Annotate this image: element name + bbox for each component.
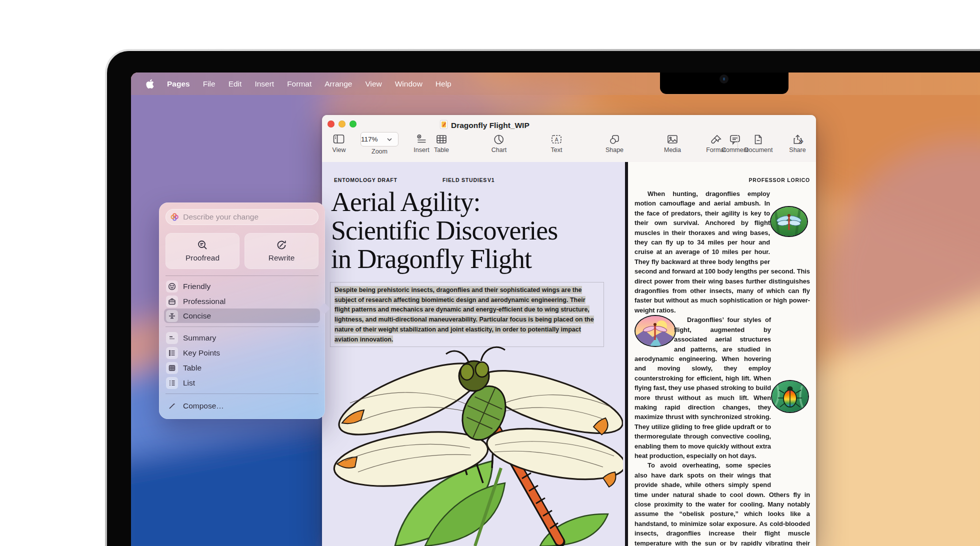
paragraph-1: When hunting, dragonflies employ motion … (634, 189, 810, 315)
toolbar-format-button[interactable]: Format (706, 134, 726, 154)
media-icon (666, 134, 678, 145)
dash-list-icon (168, 379, 176, 387)
window-chrome: Dragonfly Flight_WIP View 117% Zoom I (322, 115, 816, 162)
compose-pencil-icon (168, 402, 176, 410)
toolbar-zoom-control[interactable]: 117% Zoom (360, 132, 398, 155)
camera-icon (720, 74, 728, 84)
pages-window: Dragonfly Flight_WIP View 117% Zoom I (322, 115, 816, 546)
macbook-screen: Pages File Edit Insert Format Arrange Vi… (131, 72, 980, 546)
popup-divider-1 (166, 276, 318, 276)
menu-item-insert[interactable]: Insert (254, 80, 274, 88)
intro-paragraph-highlighted: Despite being prehistoric insects, drago… (334, 286, 594, 344)
toolbar-table-button[interactable]: Table (434, 134, 449, 154)
sidebar-view-icon (333, 134, 345, 145)
smiley-icon (168, 282, 176, 290)
display-notch (660, 72, 788, 94)
concise-compress-icon (168, 312, 176, 320)
beetle-photo (771, 380, 809, 413)
header-version: V1 (488, 177, 494, 183)
dragonfly-illustration (325, 343, 623, 546)
circular-rewrite-icon (276, 240, 287, 250)
header-entomology-draft: ENTOMOLOGY DRAFT (334, 177, 398, 183)
dragonfly-photo-sunset (634, 315, 676, 347)
transform-option-key-points[interactable]: Key Points (164, 346, 320, 360)
describe-change-field[interactable] (166, 209, 318, 225)
toolbar-overflow-button[interactable]: » (798, 135, 802, 146)
svg-text:A: A (555, 137, 558, 142)
toolbar-chart-button[interactable]: Chart (492, 134, 507, 154)
menu-bar: Pages File Edit Insert Format Arrange Vi… (131, 72, 980, 95)
writing-tools-popup: Proofread Rewrite Friendly Professional … (159, 202, 325, 419)
traffic-lights (328, 120, 356, 128)
popup-divider-3 (166, 394, 318, 394)
document-page-right: PROFESSOR LORICO When hunting, dragonfli… (628, 162, 816, 546)
toolbar-media-button[interactable]: Media (664, 134, 681, 154)
menu-item-pages[interactable]: Pages (167, 80, 190, 88)
fullscreen-button[interactable] (350, 120, 356, 128)
document-icon (752, 134, 764, 145)
menu-item-view[interactable]: View (365, 80, 382, 88)
apple-logo-icon[interactable] (146, 79, 154, 88)
compose-option[interactable]: Compose… (164, 398, 320, 413)
bullet-list-icon (168, 349, 176, 357)
transform-option-table[interactable]: Table (164, 360, 320, 375)
header-field-studies: FIELD STUDIES (442, 177, 487, 183)
toolbar-document-button[interactable]: Document (744, 134, 773, 154)
transform-option-list[interactable]: List (164, 376, 320, 390)
toolbar-shape-button[interactable]: Shape (606, 134, 624, 154)
table-icon (436, 134, 448, 145)
minimize-button[interactable] (338, 120, 346, 128)
tone-option-concise[interactable]: Concise (164, 308, 320, 323)
magnifier-lines-icon (197, 240, 208, 250)
paragraph-2: Dragonflies’ four styles of flight, augm… (634, 315, 810, 460)
transform-option-summary[interactable]: Summary (164, 330, 320, 345)
apple-intelligence-icon (170, 212, 178, 222)
toolbar-share-button[interactable]: Share (789, 134, 806, 154)
menu-item-arrange[interactable]: Arrange (324, 80, 352, 88)
document-canvas[interactable]: ENTOMOLOGY DRAFT FIELD STUDIES V1 Aerial… (322, 162, 816, 546)
menu-item-window[interactable]: Window (395, 80, 422, 88)
menu-item-edit[interactable]: Edit (228, 80, 242, 88)
toolbar-view-button[interactable]: View (332, 134, 346, 154)
briefcase-icon (168, 298, 176, 306)
toolbar-separator (738, 135, 738, 148)
insert-icon (416, 134, 428, 145)
proofread-button[interactable]: Proofread (166, 233, 240, 269)
text-box-icon: A (550, 134, 562, 145)
table-grid-icon (168, 364, 176, 372)
window-title-group: Dragonfly Flight_WIP (440, 120, 530, 131)
shape-icon (608, 134, 620, 145)
close-button[interactable] (328, 120, 334, 128)
header-professor-lorico: PROFESSOR LORICO (749, 177, 810, 183)
document-page-left: ENTOMOLOGY DRAFT FIELD STUDIES V1 Aerial… (322, 162, 625, 546)
rewrite-button[interactable]: Rewrite (244, 233, 318, 269)
screenshot-root: Pages File Edit Insert Format Arrange Vi… (0, 0, 980, 546)
dragonfly-photo-jungle (770, 206, 808, 237)
summary-lines-icon (168, 334, 176, 342)
comment-icon (729, 134, 741, 145)
chart-icon (493, 134, 505, 145)
tone-option-professional[interactable]: Professional (164, 294, 320, 308)
document-title: Aerial Agility: Scientific Discoveries i… (331, 188, 558, 274)
format-brush-icon (710, 134, 722, 145)
window-title: Dragonfly Flight_WIP (451, 121, 530, 130)
chevron-down-icon (387, 138, 392, 141)
tone-option-friendly[interactable]: Friendly (164, 279, 320, 294)
toolbar-text-button[interactable]: A Text (550, 134, 562, 154)
menu-item-help[interactable]: Help (436, 80, 452, 88)
body-text-column[interactable]: When hunting, dragonflies employ motion … (634, 189, 810, 546)
menu-item-format[interactable]: Format (287, 80, 312, 88)
popup-divider-2 (166, 326, 318, 327)
describe-change-input[interactable] (182, 212, 314, 222)
toolbar-insert-button[interactable]: Insert (414, 134, 429, 154)
selected-text-box[interactable]: Despite being prehistoric insects, drago… (330, 282, 604, 347)
zoom-value: 117% (361, 136, 378, 143)
document-proxy-icon[interactable] (440, 120, 448, 131)
menu-item-file[interactable]: File (203, 80, 216, 88)
